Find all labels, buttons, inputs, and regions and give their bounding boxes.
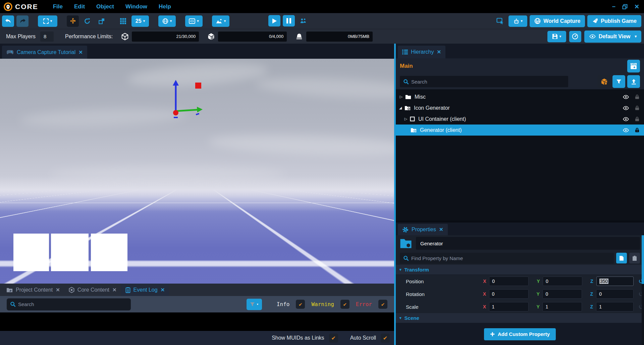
properties-scrollbar-thumb[interactable] [642, 235, 644, 284]
transform-gizmo[interactable] [158, 77, 221, 124]
close-tab-icon[interactable]: ✕ [439, 227, 443, 233]
publish-game-button[interactable]: Publish Game [587, 15, 641, 27]
chevron-down-icon: ▾ [521, 19, 523, 23]
capture-thumbnail-button[interactable] [627, 60, 640, 72]
close-icon[interactable]: ✕ [634, 4, 639, 10]
rotation-y-input[interactable] [542, 289, 582, 299]
lock-icon[interactable] [635, 128, 639, 133]
tree-item-generator[interactable]: Generator (client) [396, 125, 644, 136]
selection-mode-dropdown[interactable]: ▾ [38, 15, 57, 27]
lock-icon[interactable] [635, 105, 639, 110]
rotation-x-input[interactable] [489, 289, 529, 299]
screen-share-button[interactable] [494, 15, 506, 27]
play-button[interactable] [268, 15, 280, 27]
copy-properties-button[interactable] [616, 253, 627, 263]
show-muids-checkbox[interactable]: ✔ [329, 334, 338, 343]
tree-item-ui-container[interactable]: ▷ UI Container (client) [396, 113, 644, 125]
rotate-tool-button[interactable] [81, 15, 93, 27]
scale-tool-button[interactable] [96, 15, 108, 27]
redo-button[interactable] [16, 15, 29, 27]
restore-icon[interactable] [622, 4, 628, 9]
scale-x-input[interactable] [489, 302, 529, 311]
max-players-input[interactable] [40, 32, 54, 42]
tree-item-misc[interactable]: ▷ Misc [396, 91, 644, 102]
tab-properties[interactable]: Properties ✕ [398, 224, 448, 235]
bandwidth-counter: 0MB/75MB [306, 32, 373, 42]
lock-icon[interactable] [635, 94, 639, 99]
visibility-eye-icon[interactable] [623, 95, 629, 99]
undo-button[interactable] [2, 15, 14, 27]
cloud [50, 166, 285, 181]
save-dropdown[interactable]: ▾ [547, 31, 566, 42]
tree-item-icon-generator[interactable]: ◢ Icon Generator [396, 102, 644, 113]
menu-object[interactable]: Object [96, 3, 114, 10]
environment-dropdown[interactable]: ▾ [158, 15, 176, 27]
game-icon [6, 50, 14, 55]
hierarchy-search-input[interactable] [400, 76, 568, 87]
position-y-input[interactable] [543, 277, 582, 286]
hierarchy-filter-button[interactable] [612, 75, 625, 88]
tree-item-label: Generator (client) [420, 127, 462, 133]
collapsed-caret-icon[interactable]: ▷ [398, 95, 404, 99]
filter-error-checkbox[interactable]: ✔ [378, 300, 387, 309]
close-tab-icon[interactable]: ✕ [112, 287, 117, 293]
menu-help[interactable]: Help [159, 3, 171, 10]
paste-properties-button[interactable] [629, 253, 640, 263]
horizon-haze [0, 190, 394, 211]
event-log-output[interactable] [0, 312, 394, 331]
hierarchy-panel: Hierarchy ✕ Main [396, 44, 644, 220]
pause-button[interactable] [283, 15, 295, 27]
object-name-input[interactable] [416, 237, 640, 250]
tab-core-content[interactable]: Core Content ✕ [64, 284, 121, 296]
tab-event-log[interactable]: Event Log ✕ [121, 284, 169, 296]
scene-section-header[interactable]: ▾ Scene [396, 313, 644, 323]
tab-hierarchy[interactable]: Hierarchy ✕ [398, 46, 445, 58]
move-tool-button[interactable] [67, 15, 79, 27]
position-x-input[interactable] [489, 277, 529, 286]
collapsed-caret-icon[interactable]: ▷ [403, 117, 409, 121]
terrain-dropdown[interactable]: ▾ [212, 15, 229, 27]
bot-mode-dropdown[interactable]: ▾ [508, 15, 527, 27]
menu-edit[interactable]: Edit [74, 3, 85, 10]
filter-info-checkbox[interactable]: ✔ [296, 300, 305, 309]
close-tab-icon[interactable]: ✕ [437, 49, 441, 55]
export-template-button[interactable] [627, 75, 640, 88]
log-filter-dropdown[interactable]: ▾ [247, 299, 262, 310]
close-tab-icon[interactable]: ✕ [78, 49, 83, 55]
scale-y-input[interactable] [542, 302, 582, 311]
section-expand-icon: ▾ [399, 267, 401, 272]
scale-z-input[interactable] [596, 302, 634, 311]
upload-icon [631, 79, 637, 85]
position-z-input[interactable]: 350 [596, 277, 634, 286]
networked-filter-button[interactable] [598, 75, 610, 88]
visibility-eye-icon[interactable] [623, 106, 629, 110]
grid-snap-size-dropdown[interactable]: 25 ▾ [131, 15, 149, 27]
filter-warning-checkbox[interactable]: ✔ [340, 300, 350, 309]
expanded-caret-icon[interactable]: ◢ [398, 106, 403, 110]
script-view-dropdown[interactable]: ▾ [185, 15, 203, 27]
performance-monitor-button[interactable] [569, 31, 581, 42]
view-mode-dropdown[interactable]: Default View ▾ [584, 31, 641, 43]
minimize-icon[interactable]: − [612, 4, 615, 10]
transform-section-header[interactable]: ▾ Transform [396, 265, 644, 275]
auto-scroll-checkbox[interactable]: ✔ [381, 334, 390, 343]
scene-viewport[interactable] [0, 59, 394, 284]
check-icon: ✔ [299, 301, 302, 307]
tab-project-content[interactable]: Project Content ✕ [2, 284, 64, 296]
event-log-search-input[interactable] [7, 298, 131, 310]
menu-window[interactable]: Window [125, 3, 147, 10]
scene-row: Main [396, 58, 644, 74]
visibility-eye-icon[interactable] [623, 128, 629, 132]
multiplayer-preview-button[interactable] [297, 15, 309, 27]
add-custom-property-button[interactable]: + Add Custom Property [484, 328, 556, 340]
world-capture-button[interactable]: World Capture [530, 15, 585, 27]
close-tab-icon[interactable]: ✕ [161, 287, 165, 293]
tab-camera-capture-tutorial[interactable]: Camera Capture Tutorial ✕ [2, 46, 87, 59]
grid-snap-toggle[interactable] [117, 15, 129, 27]
find-property-input[interactable] [400, 253, 614, 264]
visibility-eye-icon[interactable] [623, 117, 629, 121]
close-tab-icon[interactable]: ✕ [56, 287, 60, 293]
rotation-z-input[interactable] [596, 289, 634, 299]
menu-file[interactable]: File [53, 3, 63, 10]
lock-icon[interactable] [635, 116, 639, 121]
